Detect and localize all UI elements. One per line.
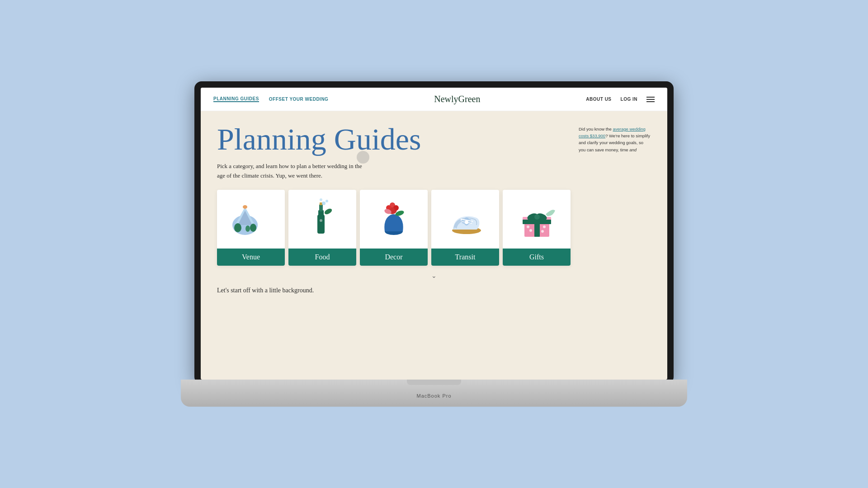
- hamburger-line-3: [646, 101, 655, 102]
- svg-point-5: [250, 224, 256, 232]
- nav-login[interactable]: Log In: [621, 97, 637, 102]
- hamburger-menu[interactable]: [646, 97, 655, 102]
- card-venue-image: [217, 190, 285, 249]
- card-decor-image: [360, 190, 428, 249]
- svg-point-4: [234, 223, 241, 232]
- transit-illustration: [440, 194, 490, 244]
- main-content: Planning Guides Pick a category, and lea…: [201, 111, 667, 380]
- card-food-label: Food: [288, 249, 356, 266]
- laptop-base: MacBook Pro: [181, 380, 687, 407]
- svg-point-15: [320, 219, 322, 222]
- screen-bezel: Planning Guides Offset Your Wedding Newl…: [194, 81, 674, 384]
- card-food[interactable]: Food: [288, 190, 356, 266]
- card-decor-label: Decor: [360, 249, 428, 266]
- svg-point-6: [245, 225, 250, 232]
- gifts-illustration: [512, 194, 561, 244]
- sidebar-link[interactable]: average wedding costs $33,900: [579, 127, 646, 138]
- card-transit[interactable]: Transit: [431, 190, 499, 266]
- bottom-text: Let's start off with a little background…: [217, 287, 651, 294]
- screen: Planning Guides Offset Your Wedding Newl…: [201, 88, 667, 380]
- hamburger-line-2: [646, 99, 655, 100]
- nav-center: NewlyGreen: [328, 94, 586, 104]
- scroll-indicator[interactable]: ⌄: [217, 272, 651, 280]
- svg-point-11: [322, 202, 326, 205]
- page-subtitle: Pick a category, and learn how to plan a…: [217, 162, 371, 181]
- hamburger-line-1: [646, 97, 655, 98]
- svg-point-41: [529, 229, 532, 232]
- logo[interactable]: NewlyGreen: [434, 94, 480, 104]
- card-transit-label: Transit: [431, 249, 499, 266]
- svg-point-42: [543, 225, 546, 228]
- card-transit-image: [431, 190, 499, 249]
- svg-rect-9: [319, 204, 323, 211]
- food-illustration: [297, 194, 347, 244]
- chevron-down-icon: ⌄: [431, 272, 437, 279]
- navbar: Planning Guides Offset Your Wedding Newl…: [201, 88, 667, 111]
- page-title: Planning Guides: [217, 124, 568, 155]
- content-inner: Planning Guides Pick a category, and lea…: [217, 124, 651, 181]
- nav-offset-wedding[interactable]: Offset Your Wedding: [269, 97, 329, 102]
- nav-right: About Us Log In: [586, 97, 655, 102]
- decor-illustration: [369, 194, 419, 244]
- svg-rect-7: [317, 215, 325, 234]
- svg-rect-36: [523, 220, 551, 224]
- laptop-notch: [407, 380, 461, 385]
- svg-point-14: [324, 207, 333, 216]
- content-left: Planning Guides Pick a category, and lea…: [217, 124, 568, 181]
- card-venue-label: Venue: [217, 249, 285, 266]
- cards-section: Venue: [217, 190, 651, 266]
- svg-point-40: [527, 225, 529, 228]
- decorative-circle: [357, 151, 369, 164]
- card-gifts[interactable]: Gifts: [503, 190, 571, 266]
- venue-illustration: [226, 194, 276, 244]
- card-decor[interactable]: Decor: [360, 190, 428, 266]
- laptop-container: Planning Guides Offset Your Wedding Newl…: [194, 81, 674, 407]
- svg-point-13: [320, 198, 322, 201]
- nav-left: Planning Guides Offset Your Wedding: [213, 96, 328, 102]
- card-food-image: [288, 190, 356, 249]
- laptop-model-label: MacBook Pro: [416, 393, 451, 399]
- svg-rect-10: [320, 202, 322, 205]
- svg-point-43: [541, 230, 544, 233]
- nav-planning-guides[interactable]: Planning Guides: [213, 96, 259, 102]
- svg-point-12: [326, 200, 328, 202]
- svg-point-3: [243, 205, 247, 209]
- card-gifts-image: [503, 190, 571, 249]
- nav-about[interactable]: About Us: [586, 97, 611, 102]
- sidebar-text: Did you know the average wedding costs $…: [579, 126, 651, 153]
- svg-point-39: [534, 214, 540, 220]
- sidebar-info: Did you know the average wedding costs $…: [579, 124, 651, 181]
- card-venue[interactable]: Venue: [217, 190, 285, 266]
- card-gifts-label: Gifts: [503, 249, 571, 266]
